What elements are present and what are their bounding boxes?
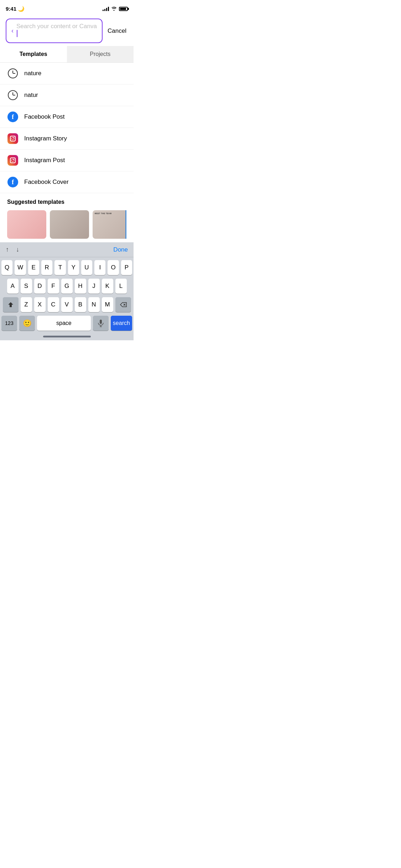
- key-d[interactable]: D: [34, 279, 46, 294]
- search-key[interactable]: search: [111, 316, 132, 331]
- list-item[interactable]: f Facebook Post: [0, 106, 134, 128]
- key-v[interactable]: V: [61, 297, 73, 312]
- clock-icon: [7, 68, 19, 79]
- template-thumbnail[interactable]: MEET THE TEAM: [93, 210, 126, 239]
- list-item[interactable]: Instagram Post: [0, 150, 134, 171]
- key-y[interactable]: Y: [68, 260, 79, 275]
- key-r[interactable]: R: [41, 260, 52, 275]
- shift-key[interactable]: [3, 297, 19, 312]
- wifi-icon: [111, 6, 117, 12]
- instagram-icon: [7, 155, 19, 166]
- key-b[interactable]: B: [75, 297, 86, 312]
- search-history-label: Instagram Story: [24, 135, 67, 142]
- facebook-icon: f: [7, 111, 19, 123]
- key-p[interactable]: P: [121, 260, 132, 275]
- home-indicator: [0, 334, 134, 340]
- key-w[interactable]: W: [15, 260, 26, 275]
- key-m[interactable]: M: [102, 297, 113, 312]
- list-item[interactable]: nature: [0, 63, 134, 84]
- clock-icon: [7, 89, 19, 101]
- tabs-container: Templates Projects: [0, 46, 134, 63]
- template-thumbnails-list[interactable]: MEET THE TEAM: [7, 210, 126, 239]
- key-e[interactable]: E: [28, 260, 39, 275]
- suggested-templates-section: Suggested templates MEET THE TEAM: [0, 193, 134, 242]
- key-h[interactable]: H: [75, 279, 86, 294]
- key-k[interactable]: K: [102, 279, 113, 294]
- key-j[interactable]: J: [88, 279, 100, 294]
- key-z[interactable]: Z: [21, 297, 32, 312]
- status-icons: [103, 6, 128, 12]
- tab-projects[interactable]: Projects: [67, 46, 134, 62]
- key-q[interactable]: Q: [1, 260, 12, 275]
- keyboard-toolbar: ↑ ↓ Done: [0, 242, 134, 257]
- template-blue-accent: [125, 210, 126, 239]
- back-arrow-icon[interactable]: ‹: [11, 27, 14, 35]
- key-f[interactable]: F: [48, 279, 59, 294]
- status-bar: 9:41 🌙: [0, 0, 134, 16]
- facebook-icon: f: [7, 176, 19, 188]
- keyboard-row-2: A S D F G H J K L: [1, 279, 132, 294]
- search-history-label: nature: [24, 70, 41, 77]
- svg-rect-2: [100, 320, 102, 324]
- template-thumbnail[interactable]: [7, 210, 46, 239]
- cancel-button[interactable]: Cancel: [106, 27, 128, 35]
- down-arrow-button[interactable]: ↓: [16, 246, 19, 253]
- list-item[interactable]: f Facebook Cover: [0, 171, 134, 193]
- tab-templates[interactable]: Templates: [0, 46, 67, 62]
- suggested-templates-title: Suggested templates: [7, 199, 126, 205]
- key-n[interactable]: N: [88, 297, 100, 312]
- keyboard-bottom-row: 123 🙂 space search: [1, 316, 132, 331]
- keyboard: Q W E R T Y U I O P A S D F G H J K L Z …: [0, 257, 134, 334]
- space-key[interactable]: space: [37, 316, 91, 331]
- key-c[interactable]: C: [48, 297, 59, 312]
- search-input[interactable]: Search your content or Canva: [16, 23, 97, 39]
- toolbar-arrows: ↑ ↓: [6, 246, 19, 253]
- battery-icon: [119, 7, 128, 11]
- search-history-label: natur: [24, 92, 38, 99]
- search-input-wrapper[interactable]: ‹ Search your content or Canva: [6, 19, 103, 43]
- key-o[interactable]: O: [108, 260, 119, 275]
- done-button[interactable]: Done: [113, 246, 128, 253]
- key-u[interactable]: U: [81, 260, 92, 275]
- key-t[interactable]: T: [54, 260, 66, 275]
- list-item[interactable]: natur: [0, 84, 134, 106]
- key-s[interactable]: S: [21, 279, 32, 294]
- search-history-label: Facebook Cover: [24, 179, 69, 186]
- key-i[interactable]: I: [94, 260, 105, 275]
- key-a[interactable]: A: [7, 279, 19, 294]
- key-x[interactable]: X: [34, 297, 46, 312]
- emoji-key[interactable]: 🙂: [19, 316, 35, 331]
- home-bar: [43, 336, 91, 337]
- list-item[interactable]: Instagram Story: [0, 128, 134, 150]
- keyboard-row-1: Q W E R T Y U I O P: [1, 260, 132, 275]
- key-l[interactable]: L: [115, 279, 127, 294]
- search-history-label: Instagram Post: [24, 157, 65, 164]
- keyboard-row-3: Z X C V B N M: [1, 297, 132, 312]
- up-arrow-button[interactable]: ↑: [6, 246, 9, 253]
- template-thumbnail[interactable]: [50, 210, 89, 239]
- instagram-icon: [7, 133, 19, 144]
- signal-bars-icon: [103, 7, 109, 11]
- template-thumb-label: MEET THE TEAM: [95, 212, 126, 215]
- key-g[interactable]: G: [61, 279, 73, 294]
- moon-icon: 🌙: [18, 6, 25, 12]
- status-time: 9:41 🌙: [6, 6, 25, 12]
- search-history-label: Facebook Post: [24, 113, 64, 120]
- search-bar-container: ‹ Search your content or Canva Cancel: [0, 16, 134, 46]
- numbers-key[interactable]: 123: [1, 316, 17, 331]
- search-history-list: nature natur f Facebook Post Instagram S…: [0, 63, 134, 193]
- backspace-key[interactable]: [115, 297, 131, 312]
- mic-key[interactable]: [93, 316, 109, 331]
